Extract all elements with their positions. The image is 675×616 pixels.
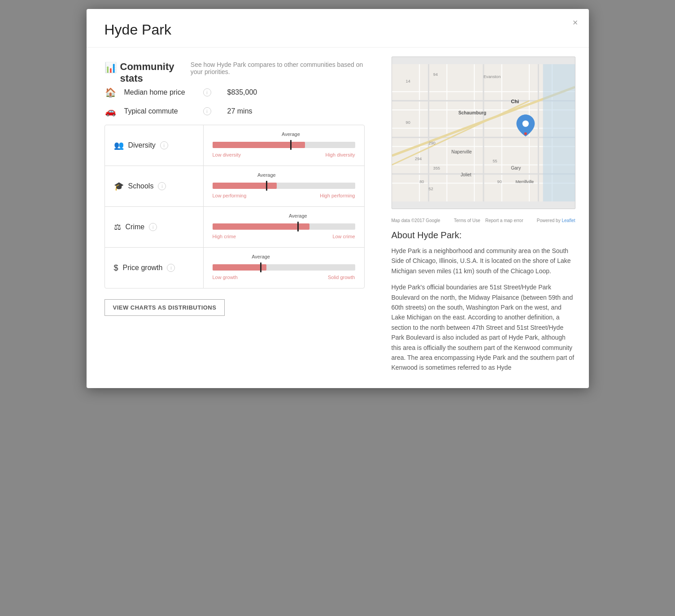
chart-avg-label-price-growth: Average bbox=[252, 254, 270, 259]
view-charts-button[interactable]: VIEW CHARTS AS DISTRIBUTIONS bbox=[105, 299, 225, 316]
close-button[interactable]: × bbox=[573, 18, 578, 27]
bar-fill-crime bbox=[213, 223, 309, 230]
bar-fill-price-growth bbox=[213, 264, 267, 271]
typical-commute-info-icon[interactable]: i bbox=[203, 107, 211, 115]
chart-content-price-growth: Average Low growth Solid growth bbox=[204, 248, 364, 288]
chart-avg-label-crime: Average bbox=[289, 213, 307, 218]
chart-content-crime: Average High crime Low crime bbox=[204, 207, 364, 247]
chart-row-crime: ⚖ Crime i Average High crime Low crime bbox=[105, 207, 364, 248]
chart-row-schools: 🎓 Schools i Average Low performing High … bbox=[105, 166, 364, 207]
map-data-credit: Map data ©2017 Google bbox=[392, 218, 440, 223]
community-stats-header: 📊 Community stats See how Hyde Park comp… bbox=[105, 61, 365, 84]
median-home-price-info-icon[interactable]: i bbox=[203, 88, 211, 96]
axis-low-diversity: Low diversity bbox=[213, 152, 241, 157]
typical-commute-value: 27 mins bbox=[227, 107, 253, 115]
modal-header: Hyde Park × bbox=[87, 9, 589, 48]
bar-marker-diversity bbox=[290, 140, 292, 150]
svg-rect-21 bbox=[543, 64, 575, 201]
chart-info-icon-crime[interactable]: i bbox=[149, 223, 157, 231]
axis-high-crime: Low crime bbox=[332, 234, 355, 239]
chart-row-diversity: 👥 Diversity i Average Low diversity High… bbox=[105, 125, 364, 166]
median-home-price-row: 🏠 Median home price i $835,000 bbox=[105, 87, 365, 98]
chart-info-icon-price-growth[interactable]: i bbox=[167, 264, 175, 272]
chart-avg-label-schools: Average bbox=[257, 172, 276, 178]
bar-container-schools bbox=[213, 181, 355, 190]
chart-info-icon-diversity[interactable]: i bbox=[160, 141, 168, 149]
axis-low-price-growth: Low growth bbox=[213, 275, 238, 280]
about-paragraph-1: Hyde Park is a neighborhood and communit… bbox=[392, 246, 575, 276]
bar-container-diversity bbox=[213, 140, 355, 149]
chart-info-icon-schools[interactable]: i bbox=[158, 182, 166, 190]
community-stats-subtitle: See how Hyde Park compares to other comm… bbox=[191, 61, 365, 75]
chart-label-price-growth: Price growth bbox=[123, 264, 163, 272]
median-home-price-value: $835,000 bbox=[227, 88, 257, 96]
bar-container-crime bbox=[213, 222, 355, 231]
svg-text:90: 90 bbox=[497, 179, 501, 184]
right-panel: 14 94 Evanston 90 Schaumburg Chi 290 Nap… bbox=[383, 48, 589, 388]
leaflet-link[interactable]: Leaflet bbox=[562, 218, 575, 223]
svg-text:Naperville: Naperville bbox=[451, 149, 472, 154]
bar-marker-crime bbox=[297, 222, 299, 232]
chart-icon-schools: 🎓 bbox=[114, 181, 124, 191]
chart-axis-crime: High crime Low crime bbox=[213, 234, 355, 239]
svg-text:Evanston: Evanston bbox=[483, 74, 501, 79]
home-icon: 🏠 bbox=[105, 87, 117, 98]
typical-commute-row: 🚗 Typical commute i 27 mins bbox=[105, 106, 365, 117]
chart-icon-crime: ⚖ bbox=[114, 222, 121, 232]
typical-commute-label: Typical commute bbox=[124, 107, 196, 115]
map-container: 14 94 Evanston 90 Schaumburg Chi 290 Nap… bbox=[392, 57, 575, 209]
chart-axis-schools: Low performing High performing bbox=[213, 193, 355, 198]
svg-text:Merrillville: Merrillville bbox=[515, 179, 534, 184]
svg-point-40 bbox=[522, 120, 528, 127]
modal: Hyde Park × 📊 Community stats See how Hy… bbox=[87, 9, 589, 388]
bar-marker-price-growth bbox=[260, 262, 261, 272]
svg-text:Schaumburg: Schaumburg bbox=[458, 110, 486, 115]
chart-avg-label-diversity: Average bbox=[282, 131, 300, 137]
bar-chart-icon: 📊 bbox=[105, 62, 117, 74]
svg-text:14: 14 bbox=[405, 79, 410, 83]
svg-text:Gary: Gary bbox=[511, 166, 521, 170]
svg-text:294: 294 bbox=[415, 157, 422, 161]
chart-icon-price-growth: $ bbox=[114, 263, 118, 273]
svg-text:355: 355 bbox=[433, 166, 440, 170]
chart-label-diversity: Diversity bbox=[128, 141, 156, 149]
chart-axis-price-growth: Low growth Solid growth bbox=[213, 275, 355, 280]
about-title: About Hyde Park: bbox=[392, 230, 575, 240]
axis-high-price-growth: Solid growth bbox=[328, 275, 355, 280]
chart-content-diversity: Average Low diversity High diversity bbox=[204, 125, 364, 166]
chart-label-schools: Schools bbox=[128, 182, 154, 190]
chart-icon-diversity: 👥 bbox=[114, 140, 124, 150]
left-panel: 📊 Community stats See how Hyde Park comp… bbox=[87, 48, 383, 388]
svg-text:90: 90 bbox=[405, 120, 410, 125]
bar-marker-schools bbox=[266, 181, 267, 191]
axis-low-schools: Low performing bbox=[213, 193, 247, 198]
svg-text:290: 290 bbox=[428, 141, 435, 145]
chart-label-cell-schools: 🎓 Schools i bbox=[105, 166, 204, 206]
chart-label-cell-price-growth: $ Price growth i bbox=[105, 248, 204, 288]
map-terms: Terms of Use Report a map error bbox=[454, 218, 523, 223]
chart-axis-diversity: Low diversity High diversity bbox=[213, 152, 355, 157]
svg-text:55: 55 bbox=[492, 159, 497, 163]
svg-text:Chi: Chi bbox=[511, 99, 519, 104]
axis-high-schools: High performing bbox=[320, 193, 355, 198]
map-svg: 14 94 Evanston 90 Schaumburg Chi 290 Nap… bbox=[392, 57, 575, 209]
chart-label-cell-diversity: 👥 Diversity i bbox=[105, 125, 204, 166]
median-home-price-label: Median home price bbox=[124, 88, 196, 96]
svg-text:80: 80 bbox=[419, 179, 424, 184]
axis-low-crime: High crime bbox=[213, 234, 236, 239]
chart-content-schools: Average Low performing High performing bbox=[204, 166, 364, 206]
chart-row-price-growth: $ Price growth i Average Low growth Soli… bbox=[105, 248, 364, 288]
community-stats-title: Community stats bbox=[120, 61, 185, 84]
car-icon: 🚗 bbox=[105, 106, 117, 117]
axis-high-diversity: High diversity bbox=[325, 152, 355, 157]
map-footer: Map data ©2017 Google Terms of Use Repor… bbox=[392, 218, 575, 223]
svg-point-41 bbox=[524, 132, 527, 135]
charts-section: 👥 Diversity i Average Low diversity High… bbox=[105, 125, 365, 288]
svg-text:94: 94 bbox=[433, 72, 437, 77]
chart-label-cell-crime: ⚖ Crime i bbox=[105, 207, 204, 247]
svg-text:Joliet: Joliet bbox=[461, 172, 471, 177]
map-powered-by: Powered by Leaflet bbox=[537, 218, 575, 223]
chart-label-crime: Crime bbox=[126, 223, 145, 231]
modal-title: Hyde Park bbox=[105, 22, 571, 38]
about-paragraph-2: Hyde Park's official boundaries are 51st… bbox=[392, 282, 575, 373]
